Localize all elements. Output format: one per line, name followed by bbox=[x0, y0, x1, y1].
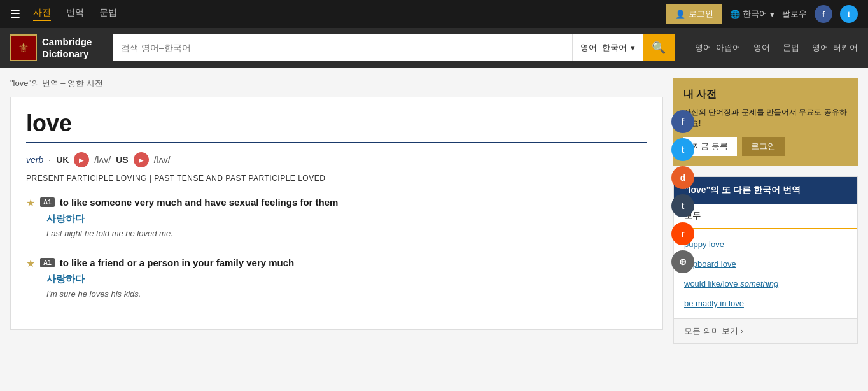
entry-divider bbox=[26, 142, 647, 143]
level-badge-2: A1 bbox=[40, 258, 55, 267]
definition-block-2: ★ A1 to like a friend or a person in you… bbox=[26, 256, 647, 299]
share-link-button[interactable]: ⊕ bbox=[671, 250, 694, 273]
also-more-button[interactable]: 모든 의미 보기 › bbox=[674, 318, 857, 343]
uk-audio-button[interactable]: ▶ bbox=[74, 152, 89, 167]
share-tumblr-button[interactable]: t bbox=[671, 194, 694, 217]
login-dict-button[interactable]: 로그인 bbox=[742, 137, 785, 156]
hamburger-icon[interactable]: ☰ bbox=[10, 7, 20, 21]
example-1: Last night he told me he loved me. bbox=[46, 229, 647, 238]
entry-word: love bbox=[26, 110, 647, 137]
level-badge-1: A1 bbox=[40, 197, 55, 207]
logo-line2: Dictionary bbox=[42, 48, 92, 60]
entry-card: love verb · UK ▶ /lʌv/ US ▶ /lʌv/ PRESEN… bbox=[10, 97, 663, 330]
nav-link-translate[interactable]: 번역 bbox=[66, 7, 84, 21]
us-phonetic: /lʌv/ bbox=[154, 155, 171, 165]
def-text-2: to like a friend or a person in your fam… bbox=[60, 256, 294, 269]
also-header: "love"의 또 다른 한국어 번역 bbox=[674, 177, 857, 204]
nav-links: 사전 번역 문법 bbox=[33, 7, 666, 21]
also-item-1[interactable]: cupboard love bbox=[674, 254, 857, 274]
def-text-1: to like someone very much and have sexua… bbox=[60, 195, 339, 209]
my-dict-actions: 지금 등록 로그인 bbox=[683, 137, 848, 156]
left-panel: "love"의 번역 – 영한 사전 love verb · UK ▶ /lʌv… bbox=[10, 78, 663, 344]
also-item-0[interactable]: puppy love bbox=[674, 234, 857, 254]
login-button[interactable]: 👤 로그인 bbox=[666, 4, 722, 24]
star-icon-1: ★ bbox=[26, 197, 35, 209]
us-audio-button[interactable]: ▶ bbox=[134, 152, 149, 167]
star-icon-2: ★ bbox=[26, 257, 35, 269]
entry-phonetics: verb · UK ▶ /lʌv/ US ▶ /lʌv/ bbox=[26, 152, 647, 167]
search-icon: 🔍 bbox=[652, 41, 666, 55]
breadcrumb: "love"의 번역 – 영한 사전 bbox=[10, 78, 663, 89]
uk-label: UK bbox=[56, 155, 69, 165]
translation-1: 사랑하다 bbox=[46, 213, 647, 225]
lang-dropdown[interactable]: 영어–한국어 ▾ bbox=[572, 34, 642, 61]
pos-label: verb bbox=[26, 155, 43, 165]
globe-icon: 🌐 bbox=[730, 10, 740, 19]
dict-links: 영어–아랍어 영어 문법 영어–터키어 bbox=[695, 42, 858, 53]
dict-link-turkish[interactable]: 영어–터키어 bbox=[812, 42, 858, 53]
dict-link-english[interactable]: 영어 bbox=[753, 42, 770, 53]
search-button[interactable]: 🔍 bbox=[643, 34, 675, 61]
top-right-area: 👤 로그인 🌐 한국어 ▾ 팔로우 f t bbox=[666, 4, 858, 24]
right-panel: 내 사전 자신의 단어장과 문제를 만들어서 무료로 공유하세요! 지금 등록 … bbox=[673, 78, 858, 344]
login-label: 로그인 bbox=[689, 8, 713, 20]
search-input[interactable] bbox=[113, 34, 572, 61]
share-disqus-button[interactable]: d bbox=[671, 166, 694, 189]
also-item-3[interactable]: be madly in love bbox=[674, 294, 857, 313]
share-twitter-button[interactable]: t bbox=[671, 138, 694, 161]
participle-line: PRESENT PARTICIPLE loving | PAST TENSE A… bbox=[26, 174, 647, 183]
participle-text: PRESENT PARTICIPLE loving | PAST TENSE A… bbox=[26, 174, 325, 183]
also-card: "love"의 또 다른 한국어 번역 모두 puppy love cupboa… bbox=[673, 176, 858, 344]
example-2: I'm sure he loves his kids. bbox=[46, 289, 647, 299]
facebook-follow-button[interactable]: f bbox=[815, 5, 832, 23]
my-dict-title: 내 사전 bbox=[683, 88, 848, 101]
user-icon: 👤 bbox=[675, 10, 685, 19]
chevron-down-icon: ▾ bbox=[770, 10, 774, 19]
top-navigation: ☰ 사전 번역 문법 👤 로그인 🌐 한국어 ▾ 팔로우 f t bbox=[0, 0, 868, 28]
lang-dropdown-label: 영어–한국어 bbox=[580, 42, 626, 53]
my-dict-desc: 자신의 단어장과 문제를 만들어서 무료로 공유하세요! bbox=[683, 106, 848, 129]
dict-link-arabic[interactable]: 영어–아랍어 bbox=[695, 42, 741, 53]
twitter-follow-button[interactable]: t bbox=[840, 5, 858, 23]
nav-link-grammar[interactable]: 문법 bbox=[99, 7, 117, 21]
main-content: "love"의 번역 – 영한 사전 love verb · UK ▶ /lʌv… bbox=[0, 68, 868, 354]
logo-text: Cambridge Dictionary bbox=[42, 36, 92, 60]
translation-2: 사랑하다 bbox=[46, 273, 647, 285]
also-subheader: 모두 bbox=[674, 204, 857, 229]
dot-separator: · bbox=[48, 155, 51, 165]
lang-label: 한국어 bbox=[743, 8, 767, 20]
lang-selector[interactable]: 🌐 한국어 ▾ bbox=[730, 8, 774, 20]
share-reddit-button[interactable]: r bbox=[671, 222, 694, 245]
follow-label: 팔로우 bbox=[782, 8, 807, 20]
def-header-1: ★ A1 to like someone very much and have … bbox=[26, 195, 647, 209]
definition-block-1: ★ A1 to like someone very much and have … bbox=[26, 195, 647, 238]
share-facebook-button[interactable]: f bbox=[671, 110, 694, 133]
dropdown-chevron-icon: ▾ bbox=[631, 43, 635, 53]
dict-link-grammar[interactable]: 문법 bbox=[783, 42, 799, 53]
logo: ⚜ Cambridge Dictionary bbox=[10, 34, 106, 61]
social-sidebar: f t d t r ⊕ bbox=[671, 110, 694, 273]
search-input-wrapper: 영어–한국어 ▾ 🔍 bbox=[113, 34, 675, 61]
my-dict-card: 내 사전 자신의 단어장과 문제를 만들어서 무료로 공유하세요! 지금 등록 … bbox=[673, 78, 858, 166]
uk-phonetic: /lʌv/ bbox=[94, 155, 111, 165]
nav-link-dict[interactable]: 사전 bbox=[33, 7, 51, 21]
def-header-2: ★ A1 to like a friend or a person in you… bbox=[26, 256, 647, 269]
us-label: US bbox=[116, 155, 128, 165]
search-bar: ⚜ Cambridge Dictionary 영어–한국어 ▾ 🔍 영어–아랍어… bbox=[0, 28, 868, 68]
logo-line1: Cambridge bbox=[42, 36, 92, 48]
also-items: puppy love cupboard love would like/love… bbox=[674, 229, 857, 318]
also-item-2[interactable]: would like/love something bbox=[674, 274, 857, 294]
logo-crest: ⚜ bbox=[10, 34, 37, 61]
